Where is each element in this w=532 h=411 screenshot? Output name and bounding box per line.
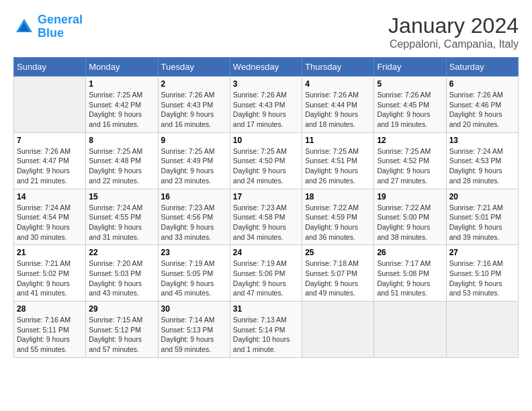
calendar-cell (302, 302, 374, 358)
day-info: Sunrise: 7:26 AMSunset: 4:47 PMDaylight:… (17, 146, 83, 186)
calendar-body: 1Sunrise: 7:25 AMSunset: 4:42 PMDaylight… (14, 77, 519, 358)
weekday-header: Monday (86, 58, 158, 77)
calendar-cell: 29Sunrise: 7:15 AMSunset: 5:12 PMDayligh… (86, 302, 158, 358)
day-number: 10 (233, 136, 299, 145)
calendar-header: SundayMondayTuesdayWednesdayThursdayFrid… (14, 58, 519, 77)
weekday-header: Wednesday (230, 58, 302, 77)
day-info: Sunrise: 7:19 AMSunset: 5:05 PMDaylight:… (161, 259, 227, 298)
calendar-cell: 5Sunrise: 7:26 AMSunset: 4:45 PMDaylight… (374, 77, 446, 133)
calendar-cell: 23Sunrise: 7:19 AMSunset: 5:05 PMDayligh… (158, 245, 230, 302)
day-number: 14 (17, 192, 83, 201)
day-info: Sunrise: 7:23 AMSunset: 4:56 PMDaylight:… (161, 203, 227, 242)
day-number: 23 (161, 248, 227, 257)
calendar-week-row: 7Sunrise: 7:26 AMSunset: 4:47 PMDaylight… (14, 132, 519, 189)
calendar-cell: 14Sunrise: 7:24 AMSunset: 4:54 PMDayligh… (14, 189, 86, 245)
day-number: 6 (449, 79, 515, 89)
day-number: 11 (305, 136, 371, 145)
day-info: Sunrise: 7:16 AMSunset: 5:11 PMDaylight:… (17, 315, 83, 355)
calendar-cell: 30Sunrise: 7:14 AMSunset: 5:13 PMDayligh… (158, 302, 230, 358)
calendar-cell: 20Sunrise: 7:21 AMSunset: 5:01 PMDayligh… (446, 189, 518, 245)
day-number: 2 (161, 79, 227, 89)
day-number: 9 (161, 136, 227, 145)
day-number: 5 (377, 79, 443, 89)
calendar-cell: 13Sunrise: 7:24 AMSunset: 4:53 PMDayligh… (446, 132, 518, 189)
page-header: General Blue January 2024 Ceppaloni, Cam… (13, 13, 519, 50)
calendar-title: January 2024 (388, 13, 519, 38)
day-info: Sunrise: 7:24 AMSunset: 4:54 PMDaylight:… (17, 203, 83, 242)
calendar-cell: 7Sunrise: 7:26 AMSunset: 4:47 PMDaylight… (14, 132, 86, 189)
calendar-week-row: 1Sunrise: 7:25 AMSunset: 4:42 PMDaylight… (14, 77, 519, 133)
calendar-cell (446, 302, 518, 358)
day-number: 26 (377, 248, 443, 257)
day-number: 22 (89, 248, 154, 257)
calendar-cell: 6Sunrise: 7:26 AMSunset: 4:46 PMDaylight… (446, 77, 518, 133)
day-info: Sunrise: 7:22 AMSunset: 5:00 PMDaylight:… (377, 203, 443, 242)
day-info: Sunrise: 7:25 AMSunset: 4:51 PMDaylight:… (305, 146, 371, 186)
calendar-cell: 11Sunrise: 7:25 AMSunset: 4:51 PMDayligh… (302, 132, 374, 189)
calendar-week-row: 21Sunrise: 7:21 AMSunset: 5:02 PMDayligh… (14, 245, 519, 302)
calendar-week-row: 28Sunrise: 7:16 AMSunset: 5:11 PMDayligh… (14, 302, 519, 358)
day-info: Sunrise: 7:15 AMSunset: 5:12 PMDaylight:… (89, 315, 154, 355)
day-number: 24 (233, 248, 299, 257)
weekday-row: SundayMondayTuesdayWednesdayThursdayFrid… (14, 58, 519, 77)
day-info: Sunrise: 7:25 AMSunset: 4:49 PMDaylight:… (161, 146, 227, 186)
day-info: Sunrise: 7:14 AMSunset: 5:13 PMDaylight:… (161, 315, 227, 355)
day-number: 1 (89, 79, 154, 89)
day-info: Sunrise: 7:26 AMSunset: 4:46 PMDaylight:… (449, 90, 515, 130)
calendar-cell: 26Sunrise: 7:17 AMSunset: 5:08 PMDayligh… (374, 245, 446, 302)
day-number: 7 (17, 136, 83, 145)
weekday-header: Thursday (302, 58, 374, 77)
logo: General Blue (13, 13, 83, 40)
day-info: Sunrise: 7:25 AMSunset: 4:52 PMDaylight:… (377, 146, 443, 186)
day-info: Sunrise: 7:18 AMSunset: 5:07 PMDaylight:… (305, 259, 371, 298)
logo-line1: General (38, 13, 83, 26)
logo-line2: Blue (38, 26, 64, 40)
day-number: 28 (17, 304, 83, 314)
day-number: 31 (233, 304, 299, 314)
calendar-cell: 31Sunrise: 7:13 AMSunset: 5:14 PMDayligh… (230, 302, 302, 358)
title-block: January 2024 Ceppaloni, Campania, Italy (388, 13, 519, 50)
day-number: 3 (233, 79, 299, 89)
weekday-header: Friday (374, 58, 446, 77)
weekday-header: Sunday (14, 58, 86, 77)
calendar-cell: 28Sunrise: 7:16 AMSunset: 5:11 PMDayligh… (14, 302, 86, 358)
calendar-cell: 9Sunrise: 7:25 AMSunset: 4:49 PMDaylight… (158, 132, 230, 189)
day-number: 4 (305, 79, 371, 89)
calendar-cell: 4Sunrise: 7:26 AMSunset: 4:44 PMDaylight… (302, 77, 374, 133)
day-info: Sunrise: 7:19 AMSunset: 5:06 PMDaylight:… (233, 259, 299, 298)
calendar-cell: 22Sunrise: 7:20 AMSunset: 5:03 PMDayligh… (86, 245, 158, 302)
calendar-table: SundayMondayTuesdayWednesdayThursdayFrid… (13, 57, 519, 358)
calendar-cell: 27Sunrise: 7:16 AMSunset: 5:10 PMDayligh… (446, 245, 518, 302)
day-info: Sunrise: 7:22 AMSunset: 4:59 PMDaylight:… (305, 203, 371, 242)
calendar-cell: 17Sunrise: 7:23 AMSunset: 4:58 PMDayligh… (230, 189, 302, 245)
calendar-cell: 15Sunrise: 7:24 AMSunset: 4:55 PMDayligh… (86, 189, 158, 245)
day-info: Sunrise: 7:26 AMSunset: 4:45 PMDaylight:… (377, 90, 443, 130)
logo-icon (13, 16, 35, 38)
calendar-cell: 3Sunrise: 7:26 AMSunset: 4:43 PMDaylight… (230, 77, 302, 133)
day-number: 19 (377, 192, 443, 201)
calendar-cell: 2Sunrise: 7:26 AMSunset: 4:43 PMDaylight… (158, 77, 230, 133)
day-number: 29 (89, 304, 154, 314)
day-info: Sunrise: 7:26 AMSunset: 4:44 PMDaylight:… (305, 90, 371, 130)
calendar-cell: 1Sunrise: 7:25 AMSunset: 4:42 PMDaylight… (86, 77, 158, 133)
calendar-cell: 21Sunrise: 7:21 AMSunset: 5:02 PMDayligh… (14, 245, 86, 302)
day-number: 27 (449, 248, 515, 257)
day-number: 20 (449, 192, 515, 201)
day-info: Sunrise: 7:21 AMSunset: 5:02 PMDaylight:… (17, 259, 83, 298)
day-info: Sunrise: 7:26 AMSunset: 4:43 PMDaylight:… (161, 90, 227, 130)
day-number: 18 (305, 192, 371, 201)
day-number: 16 (161, 192, 227, 201)
calendar-cell: 18Sunrise: 7:22 AMSunset: 4:59 PMDayligh… (302, 189, 374, 245)
calendar-cell: 16Sunrise: 7:23 AMSunset: 4:56 PMDayligh… (158, 189, 230, 245)
calendar-cell: 19Sunrise: 7:22 AMSunset: 5:00 PMDayligh… (374, 189, 446, 245)
day-info: Sunrise: 7:24 AMSunset: 4:53 PMDaylight:… (449, 146, 515, 186)
day-number: 25 (305, 248, 371, 257)
day-number: 13 (449, 136, 515, 145)
day-number: 21 (17, 248, 83, 257)
calendar-week-row: 14Sunrise: 7:24 AMSunset: 4:54 PMDayligh… (14, 189, 519, 245)
calendar-cell: 25Sunrise: 7:18 AMSunset: 5:07 PMDayligh… (302, 245, 374, 302)
calendar-cell: 10Sunrise: 7:25 AMSunset: 4:50 PMDayligh… (230, 132, 302, 189)
day-number: 17 (233, 192, 299, 201)
calendar-cell: 12Sunrise: 7:25 AMSunset: 4:52 PMDayligh… (374, 132, 446, 189)
calendar-cell (14, 77, 86, 133)
